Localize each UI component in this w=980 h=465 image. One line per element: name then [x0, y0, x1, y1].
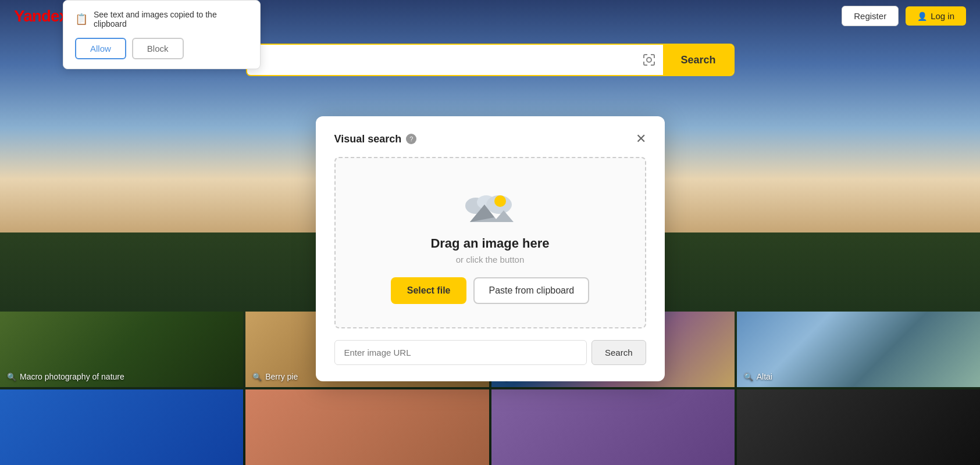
- close-modal-button[interactable]: ✕: [636, 133, 646, 145]
- drag-text: Drag an image here: [430, 236, 549, 251]
- clipboard-popup-buttons: Allow Block: [75, 38, 248, 59]
- modal-overlay: Visual search ? ✕ Drag an image here or …: [0, 0, 980, 465]
- allow-button[interactable]: Allow: [75, 38, 126, 59]
- url-input[interactable]: [334, 340, 587, 365]
- drop-zone-buttons: Select file Paste from clipboard: [391, 277, 589, 304]
- svg-point-4: [494, 195, 506, 207]
- drag-sub: or click the button: [456, 255, 525, 264]
- url-search-button[interactable]: Search: [591, 340, 646, 365]
- modal-title: Visual search: [334, 133, 402, 145]
- block-button[interactable]: Block: [132, 38, 184, 59]
- upload-icon: [464, 187, 516, 228]
- url-input-row: Search: [334, 340, 646, 365]
- drop-zone[interactable]: Drag an image here or click the button S…: [334, 157, 646, 328]
- clipboard-message: See text and images copied to the clipbo…: [94, 10, 248, 28]
- help-icon[interactable]: ?: [406, 134, 416, 144]
- modal-header: Visual search ? ✕: [334, 133, 646, 145]
- paste-clipboard-button[interactable]: Paste from clipboard: [473, 277, 589, 304]
- modal-title-row: Visual search ?: [334, 133, 417, 145]
- clipboard-popup-header: 📋 See text and images copied to the clip…: [75, 10, 248, 28]
- visual-search-modal: Visual search ? ✕ Drag an image here or …: [316, 116, 665, 381]
- clipboard-popup: 📋 See text and images copied to the clip…: [63, 0, 261, 69]
- clipboard-icon: 📋: [75, 13, 88, 26]
- select-file-button[interactable]: Select file: [391, 277, 467, 304]
